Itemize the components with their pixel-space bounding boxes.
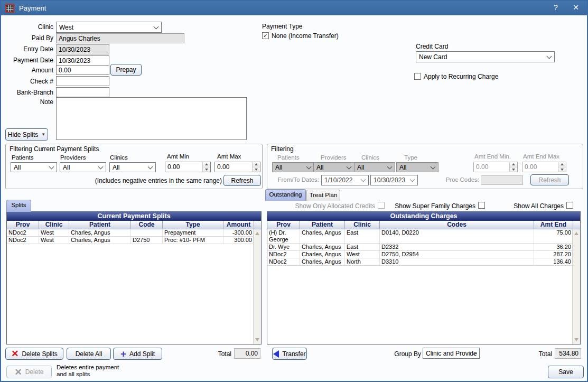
chevron-down-icon: [154, 24, 159, 29]
bank-branch-field[interactable]: [56, 87, 109, 97]
charges-refresh-button[interactable]: Refresh: [530, 174, 569, 185]
charges-patients-label: Patients: [277, 154, 300, 161]
check-number-field[interactable]: [56, 76, 109, 86]
spin-up-icon[interactable]: [253, 162, 260, 167]
group-by-value: Clinic and Provide: [426, 350, 477, 357]
splits-total-value: 0.00: [246, 350, 258, 357]
delete-note-line2: and all splits: [57, 371, 90, 377]
show-all-charges-checkbox[interactable]: [566, 202, 573, 209]
show-only-allocated-label: Show Only Allocated Credits: [286, 202, 375, 210]
splits-refresh-button[interactable]: Refresh: [223, 175, 261, 186]
table-row[interactable]: Dr. Wye Charles, Angus East D2332 36.20: [267, 244, 580, 251]
scroll-down-icon[interactable]: [254, 336, 261, 344]
close-icon[interactable]: ✕: [570, 3, 582, 12]
delete-x-icon: ✕: [15, 368, 22, 376]
tab-outstanding[interactable]: Outstanding: [265, 189, 306, 201]
amt-max-spinner[interactable]: 0.00: [214, 162, 260, 172]
chevron-down-icon: [306, 164, 312, 169]
charges-clinics-value: All: [357, 164, 364, 171]
check-number-label: Check #: [3, 78, 53, 85]
spin-up-icon: [510, 162, 517, 167]
cell-code: [131, 229, 163, 236]
delete-x-icon: ✕: [11, 350, 18, 358]
apply-recurring-checkbox[interactable]: [414, 73, 421, 80]
cell-amt-end: 287.20: [534, 251, 573, 258]
clinic-select[interactable]: West: [56, 22, 162, 33]
spin-down-icon: [558, 167, 566, 172]
group-by-select[interactable]: Clinic and Provide: [423, 348, 480, 359]
credit-card-value: New Card: [419, 53, 447, 61]
amt-end-min-value: 0.00: [476, 163, 488, 171]
scroll-down-icon[interactable]: [573, 336, 580, 344]
cell-type: Prepayment: [163, 229, 223, 236]
chevron-down-icon: [98, 164, 104, 169]
scroll-up-icon[interactable]: [573, 229, 580, 238]
chevron-down-icon: [387, 164, 393, 169]
table-row[interactable]: NDoc2 West Charles, Angus Prepayment -30…: [7, 229, 261, 237]
scroll-up-icon[interactable]: [254, 229, 261, 238]
charges-table-header: Prov Patient Clinic Codes Amt End: [267, 221, 580, 229]
cell-codes: D0140, D0220: [380, 229, 534, 243]
amt-min-spinner[interactable]: 0.00: [165, 162, 211, 172]
spin-up-icon[interactable]: [203, 162, 210, 167]
cell-codes: D3310: [380, 258, 534, 265]
delete-payment-label: Delete: [25, 368, 44, 376]
group-by-label: Group By: [392, 350, 421, 358]
spin-up-icon: [558, 162, 566, 167]
to-date-select[interactable]: 10/30/2023: [370, 175, 418, 185]
delete-all-button[interactable]: Delete All: [67, 348, 111, 360]
table-row[interactable]: NDoc2 West Charles, Angus D2750 Proc: #1…: [7, 237, 261, 244]
chevron-down-icon: [148, 164, 153, 169]
col-prov: Prov: [267, 221, 300, 229]
payment-date-value: 10/30/2023: [59, 57, 90, 64]
charges-patients-select: All: [272, 162, 314, 172]
cell-patient: Charles, Angus: [300, 258, 345, 265]
splits-clinics-label: Clinics: [110, 154, 128, 161]
col-codes: Codes: [380, 221, 534, 229]
splits-providers-select[interactable]: All: [60, 162, 106, 172]
add-split-button[interactable]: + Add Split: [113, 348, 162, 360]
outstanding-charges-table: Outstanding Charges Prov Patient Clinic …: [267, 211, 581, 344]
spin-down-icon: [510, 167, 517, 172]
cell-amt-end: 75.00: [534, 229, 573, 243]
splits-total-field: 0.00: [234, 348, 260, 359]
table-row[interactable]: (H) Dr. George Charles, Angus East D0140…: [267, 229, 580, 244]
delete-splits-button[interactable]: ✕ Delete Splits: [5, 348, 63, 360]
save-button[interactable]: Save: [548, 366, 584, 378]
charges-table-scrollbar[interactable]: [572, 229, 580, 344]
credit-card-select[interactable]: New Card: [416, 51, 555, 62]
amount-label: Amount: [3, 67, 53, 74]
plus-icon: +: [120, 350, 126, 358]
entry-date-label: Entry Date: [3, 45, 53, 53]
hide-splits-button[interactable]: Hide Splits ▼: [5, 128, 48, 141]
help-icon[interactable]: ?: [550, 3, 562, 12]
chevron-down-icon: [431, 164, 436, 169]
spin-down-icon[interactable]: [253, 167, 260, 172]
spin-down-icon[interactable]: [203, 167, 210, 172]
amount-field[interactable]: 0.00: [56, 65, 109, 75]
tab-treat-plan[interactable]: Treat Plan: [306, 190, 340, 201]
cell-prov: NDoc2: [7, 237, 39, 244]
cell-clinic: North: [345, 258, 380, 265]
from-date-select[interactable]: 1/10/2022: [321, 175, 369, 185]
tab-splits[interactable]: Splits: [6, 200, 31, 212]
delete-payment-button: ✕ Delete: [6, 366, 52, 378]
splits-providers-label: Providers: [60, 154, 86, 161]
prepay-button[interactable]: Prepay: [110, 64, 142, 76]
charges-type-select: All: [396, 162, 438, 172]
chevron-down-icon: [547, 53, 552, 59]
splits-patients-select[interactable]: All: [11, 162, 57, 172]
transfer-button[interactable]: Transfer: [272, 348, 307, 360]
splits-clinics-select[interactable]: All: [109, 162, 156, 172]
payment-date-field[interactable]: 10/30/2023: [56, 55, 109, 66]
cell-patient: Charles, Angus: [300, 251, 345, 258]
splits-table-scrollbar[interactable]: [253, 229, 261, 344]
table-row[interactable]: NDoc2 Charles, Angus West D2750, D2954 2…: [267, 251, 580, 258]
transfer-arrow-icon: [273, 350, 279, 358]
chevron-down-icon: [347, 164, 352, 169]
show-super-family-checkbox[interactable]: [478, 202, 485, 209]
table-row[interactable]: NDoc2 Charles, Angus North D3310 136.40: [267, 258, 580, 266]
none-income-transfer-checkbox[interactable]: ✓: [262, 32, 269, 39]
note-field[interactable]: [56, 97, 247, 140]
cell-codes: D2750, D2954: [380, 251, 534, 258]
